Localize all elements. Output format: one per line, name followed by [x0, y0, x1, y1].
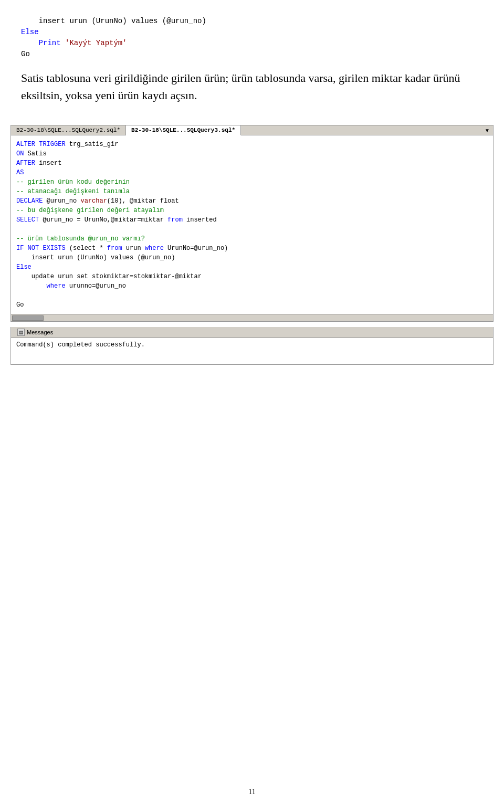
messages-tab-label: Messages [27, 329, 53, 335]
code-line-2: ON Satis [16, 149, 488, 159]
sql-editor-window: B2-30-18\SQLE...SQLQuery2.sql* B2-30-18\… [10, 125, 494, 322]
top-code-line1: insert urun (UrunNo) values (@urun_no) [21, 16, 483, 27]
code-line-15: where urunno=@urun_no [16, 281, 488, 291]
editor-tab-bar: B2-30-18\SQLE...SQLQuery2.sql* B2-30-18\… [11, 125, 493, 135]
top-code-line3: Print 'Kayýt Yaptým' [21, 38, 483, 49]
code-line-13: Else [16, 262, 488, 272]
code-line-4: AS [16, 168, 488, 177]
code-line-7: DECLARE @urun_no varchar(10), @miktar fl… [16, 196, 488, 206]
code-line-5: -- girilen ürün kodu değerinin [16, 177, 488, 187]
code-line-blank2 [16, 291, 488, 300]
top-code-line4: Go [21, 49, 483, 60]
code-line-12: insert urun (UrunNo) values (@urun_no) [16, 253, 488, 262]
messages-content: Command(s) completed successfully. [11, 338, 493, 364]
code-line-8: -- bu değişkene girilen değeri atayalım [16, 206, 488, 215]
code-line-16: Go [16, 300, 488, 310]
code-line-blank1 [16, 225, 488, 234]
editor-tab-query2[interactable]: B2-30-18\SQLE...SQLQuery2.sql* [11, 125, 126, 135]
messages-text: Command(s) completed successfully. [16, 341, 145, 349]
code-line-14: update urun set stokmiktar=stokmiktar-@m… [16, 272, 488, 281]
editor-code-area[interactable]: ALTER TRIGGER trg_satis_gir ON Satis AFT… [11, 135, 493, 314]
scrollbar-thumb[interactable] [12, 315, 44, 321]
messages-tab-icon: ▤ [17, 329, 25, 336]
code-line-11: IF NOT EXISTS (select * from urun where … [16, 244, 488, 253]
messages-panel: ▤ Messages Command(s) completed successf… [10, 327, 494, 365]
messages-tab[interactable]: ▤ Messages [11, 327, 59, 338]
top-code-block: insert urun (UrunNo) values (@urun_no) E… [21, 16, 483, 60]
messages-tab-bar: ▤ Messages [11, 327, 493, 338]
tab-dropdown-arrow[interactable]: ▼ [481, 126, 493, 134]
top-section: insert urun (UrunNo) values (@urun_no) E… [0, 0, 504, 120]
code-line-3: AFTER insert [16, 159, 488, 168]
top-code-line2: Else [21, 27, 483, 38]
editor-scrollbar[interactable] [11, 314, 493, 321]
page-number: 11 [248, 788, 255, 796]
code-line-9: SELECT @urun_no = UrunNo,@miktar=miktar … [16, 215, 488, 225]
code-line-1: ALTER TRIGGER trg_satis_gir [16, 140, 488, 149]
code-line-6: -- atanacağı değişkeni tanımla [16, 187, 488, 196]
code-line-10: -- ürün tablosunda @urun_no varmı? [16, 234, 488, 244]
editor-tab-query3[interactable]: B2-30-18\SQLE...SQLQuery3.sql* [126, 125, 241, 135]
prose-paragraph: Satis tablosuna veri girildiğinde girile… [21, 69, 483, 104]
